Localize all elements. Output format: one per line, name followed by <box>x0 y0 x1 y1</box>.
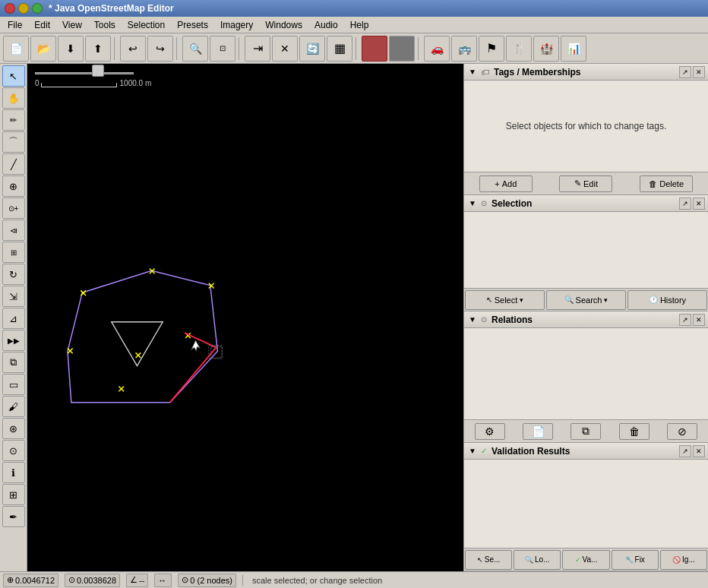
close-button[interactable] <box>5 3 15 14</box>
window-title: * Java OpenStreetMap Editor <box>49 3 174 14</box>
sel-close-btn[interactable]: ✕ <box>693 198 705 210</box>
tag-left-btn[interactable]: ⊙ <box>2 440 25 461</box>
val-lo-btn[interactable]: 🔍 Lo... <box>514 550 561 570</box>
history-action-btn[interactable]: 🕐 History <box>627 290 707 310</box>
minimize-button[interactable] <box>18 3 29 14</box>
delete-tag-label: Delete <box>659 179 684 188</box>
val-fix-btn[interactable]: 🔧 Fix <box>612 550 659 570</box>
info-left-btn[interactable]: ℹ <box>2 462 25 483</box>
ig-label: Ig... <box>682 555 695 564</box>
pen-left-btn[interactable]: ✒ <box>2 506 25 527</box>
map-toolbar-btn[interactable]: ▦ <box>327 36 352 62</box>
parallel-left-btn[interactable]: ⧏ <box>2 220 25 241</box>
val-close-btn[interactable]: ✕ <box>693 445 705 457</box>
sel-collapse-btn[interactable]: ▼ <box>467 198 478 209</box>
menu-item-edit[interactable]: Edit <box>28 18 56 32</box>
menu-item-file[interactable]: File <box>2 18 28 32</box>
val-va-btn[interactable]: ✓ Va... <box>562 550 609 570</box>
search-action-btn[interactable]: 🔍 Search ▾ <box>546 290 626 310</box>
curve-left-btn[interactable]: ⌒ <box>2 131 25 153</box>
select-toolbar-btn[interactable]: ⇥ <box>245 36 270 62</box>
download-toolbar-btn[interactable]: ⬇ <box>58 36 84 62</box>
validation-content <box>464 460 708 548</box>
sel-detach-btn[interactable]: ↗ <box>679 198 691 210</box>
select-label: Select <box>495 296 518 305</box>
rel-collapse-btn[interactable]: ▼ <box>467 315 478 325</box>
car-toolbar-btn[interactable]: 🚗 <box>424 36 450 62</box>
chart-toolbar-btn[interactable]: 📊 <box>561 36 586 62</box>
angle-value: -- <box>139 576 144 585</box>
ig-icon: 🚫 <box>672 556 681 564</box>
spiro-left-btn[interactable]: ⊛ <box>2 418 25 439</box>
val-detach-btn[interactable]: ↗ <box>679 445 691 457</box>
rel-delete-btn[interactable]: 🗑 <box>619 423 650 440</box>
separator-btn2[interactable] <box>389 36 415 62</box>
window-controls[interactable] <box>5 3 43 14</box>
rel-new-btn[interactable]: 📄 <box>523 423 553 440</box>
menu-item-windows[interactable]: Windows <box>259 18 308 32</box>
area-left-btn[interactable]: ▭ <box>2 374 25 395</box>
lo-label: Lo... <box>535 555 549 564</box>
val-se-btn[interactable]: ↖ Se... <box>465 550 512 570</box>
val-collapse-btn[interactable]: ▼ <box>467 446 478 457</box>
select-left-btn[interactable]: ↖ <box>2 65 25 87</box>
select-action-btn[interactable]: ↖ Select ▾ <box>465 290 545 310</box>
redo-toolbar-btn[interactable]: ↪ <box>147 36 173 62</box>
menubar: FileEditViewToolsSelectionPresetsImagery… <box>0 17 708 33</box>
val-ig-btn[interactable]: 🚫 Ig... <box>660 550 707 570</box>
refresh-toolbar-btn[interactable]: 🔄 <box>299 36 325 62</box>
rel-detach-btn[interactable]: ↗ <box>679 314 691 326</box>
menu-item-presets[interactable]: Presets <box>171 18 214 32</box>
maximize-button[interactable] <box>32 3 43 14</box>
pan-left-btn[interactable]: ✋ <box>2 87 25 109</box>
map-svg[interactable] <box>27 64 463 571</box>
selection-buttons: ↖ Select ▾ 🔍 Search ▾ 🕐 History <box>464 288 708 311</box>
menu-item-help[interactable]: Help <box>344 18 375 32</box>
coord2-status: ⊙ 0.0038628 <box>65 574 120 587</box>
node-toolbar-btn[interactable]: ✕ <box>272 36 298 62</box>
extrude-left-btn[interactable]: ⊿ <box>2 308 25 329</box>
menu-item-imagery[interactable]: Imagery <box>214 18 259 32</box>
line-left-btn[interactable]: ╱ <box>2 153 25 175</box>
upload-toolbar-btn[interactable]: ⬆ <box>85 36 111 62</box>
rel-settings-btn[interactable]: ⚙ <box>475 423 505 440</box>
menu-item-selection[interactable]: Selection <box>122 18 171 32</box>
new-toolbar-btn[interactable]: 📄 <box>3 36 29 62</box>
node-left-btn[interactable]: ⊙+ <box>2 198 25 219</box>
scale-left-btn[interactable]: ⇲ <box>2 286 25 307</box>
layer-left-btn[interactable]: ⧉ <box>2 352 25 373</box>
open-toolbar-btn[interactable]: 📂 <box>30 36 56 62</box>
zoom-left-btn[interactable]: ⊕ <box>2 175 25 197</box>
draw-left-btn[interactable]: ✏ <box>2 109 25 131</box>
menu-item-view[interactable]: View <box>56 18 88 32</box>
menu-item-tools[interactable]: Tools <box>88 18 122 32</box>
toolbar-sep-1 <box>114 37 117 60</box>
rotate-left-btn[interactable]: ↻ <box>2 264 25 285</box>
fix-left-btn[interactable]: ⊞ <box>2 484 25 505</box>
add-tag-button[interactable]: + Add <box>479 175 533 192</box>
rel-extra-btn[interactable]: ⊘ <box>667 423 697 440</box>
move-left-btn[interactable]: ⊞ <box>2 242 25 263</box>
relations-content <box>464 328 708 419</box>
rel-copy-btn[interactable]: ⧉ <box>571 423 601 440</box>
toolbar-sep-5 <box>418 37 421 60</box>
delete-tag-button[interactable]: 🗑 Delete <box>640 175 693 192</box>
zoom-toolbar-btn[interactable]: 🔍 <box>182 36 208 62</box>
zoom-native-toolbar-btn[interactable]: ⊡ <box>210 36 235 62</box>
tags-close-btn[interactable]: ✕ <box>693 66 705 78</box>
rel-close-btn[interactable]: ✕ <box>693 314 705 326</box>
follow-left-btn[interactable]: ▶▶ <box>2 330 25 351</box>
bus-toolbar-btn[interactable]: 🚌 <box>451 36 477 62</box>
map-canvas[interactable]: 0 1000.0 m <box>27 64 463 571</box>
rel-icon: ⊙ <box>481 315 487 324</box>
poi-toolbar-btn[interactable]: ⚑ <box>479 36 504 62</box>
castle-toolbar-btn[interactable]: 🏰 <box>533 36 559 62</box>
edit-tag-button[interactable]: ✎ Edit <box>559 175 612 192</box>
tags-collapse-btn[interactable]: ▼ <box>467 67 478 77</box>
paint-left-btn[interactable]: 🖌 <box>2 396 25 417</box>
tags-detach-btn[interactable]: ↗ <box>679 66 691 78</box>
separator-btn[interactable] <box>362 36 387 62</box>
food-toolbar-btn[interactable]: 🍴 <box>506 36 532 62</box>
undo-toolbar-btn[interactable]: ↩ <box>120 36 146 62</box>
menu-item-audio[interactable]: Audio <box>308 18 344 32</box>
